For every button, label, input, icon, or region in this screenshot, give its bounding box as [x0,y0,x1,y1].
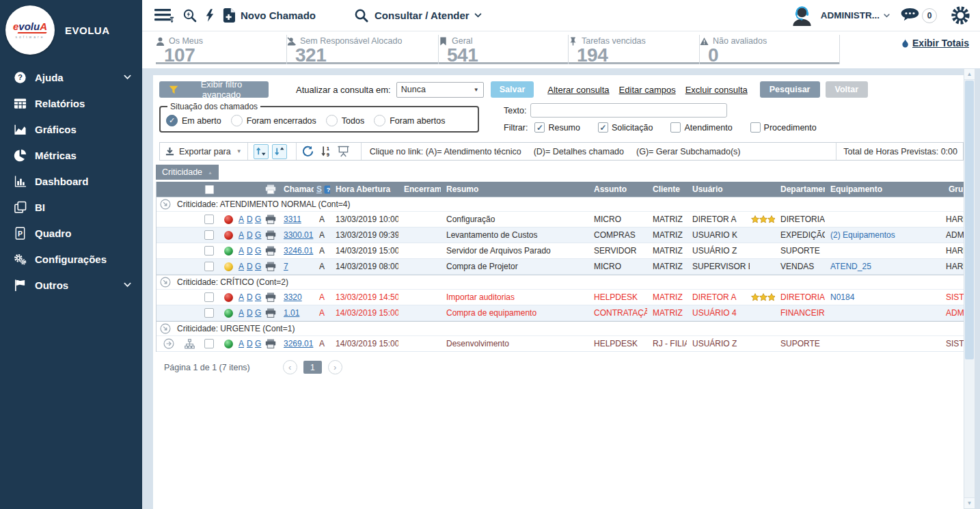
presentation-icon[interactable] [338,146,349,157]
chamado-link[interactable]: 3246.01 [284,246,313,256]
prev-page-button[interactable]: ‹ [283,360,297,374]
sidebar-item-bi[interactable]: BI [0,194,142,220]
chamado-link[interactable]: 3269.01 [284,339,313,348]
header-cliente[interactable]: Cliente [647,184,687,194]
app-logo[interactable]: evoluA software [5,5,55,55]
link-gerar-subchamado[interactable]: G [255,246,261,256]
row-checkbox[interactable] [204,246,214,256]
collapse-group-icon[interactable] [160,277,171,288]
consultar-atender-menu[interactable]: Consultar / Atender [354,8,482,23]
header-encerramento[interactable]: Encerramento [398,184,441,194]
equipamento-link[interactable]: N0184 [830,292,854,302]
help-box-icon[interactable]: ? [324,185,330,194]
link-detalhes-chamado[interactable]: D [247,308,253,318]
header-assunto[interactable]: Assunto [588,184,647,194]
vertical-scrollbar[interactable]: ▲ ▼ [964,68,975,509]
voltar-button[interactable]: Voltar [826,81,869,98]
user-chevron-icon[interactable] [884,14,890,18]
link-gerar-subchamado[interactable]: G [255,230,261,240]
exibir-totais-link[interactable]: Exibir Totais [901,38,969,49]
printer-icon[interactable] [265,215,276,224]
user-name[interactable]: ADMINISTR... [821,10,880,20]
header-s[interactable]: S ? [314,184,330,194]
expand-row-icon[interactable] [163,338,174,349]
printer-icon[interactable] [265,246,276,256]
alterar-consulta-link[interactable]: Alterar consulta [547,85,609,95]
pesquisar-button[interactable]: Pesquisar [760,81,820,98]
texto-input[interactable] [530,103,727,118]
row-checkbox[interactable] [204,292,214,302]
header-resumo[interactable]: Resumo [441,184,588,194]
link-gerar-subchamado[interactable]: G [255,215,261,224]
equipamento-link[interactable]: ATEND_25 [830,262,871,271]
link-atendimento-tecnico[interactable]: A [239,292,244,302]
sort-numeric-icon[interactable]: 19 [320,146,331,157]
novo-chamado-button[interactable]: Novo Chamado [222,8,316,23]
radio-todos[interactable]: Todos [326,115,364,126]
advanced-filter-button[interactable]: Exibir filtro avançado [159,81,269,98]
header-grupo[interactable]: Grupo [943,184,964,194]
checkbox-solicitacao[interactable]: ✓ Solicitação [598,122,653,133]
printer-icon[interactable] [265,230,276,240]
export-button[interactable]: Exportar para ▼ [165,147,242,156]
header-chamado[interactable]: Chamado [278,184,314,194]
chamado-link[interactable]: 3320 [284,292,302,302]
link-detalhes-chamado[interactable]: D [247,246,253,256]
checkbox-atendimento[interactable]: Atendimento [670,122,732,133]
chamado-link[interactable]: 3300.01 [284,230,313,240]
link-detalhes-chamado[interactable]: D [247,292,253,302]
sidebar-item-quadro[interactable]: P Quadro [0,220,142,246]
sidebar-item-dashboard[interactable]: Dashboard [0,168,142,194]
radio-em-aberto[interactable]: ✓ Em aberto [166,115,221,126]
chamado-link[interactable]: 1.01 [284,308,299,318]
printer-icon[interactable] [265,308,276,318]
refresh-icon[interactable] [302,146,314,157]
s-column-link[interactable]: S [316,184,322,194]
sidebar-item-configuracoes[interactable]: Configurações [0,246,142,272]
sidebar-item-relatorios[interactable]: Relatórios [0,90,142,116]
scroll-down-button[interactable]: ▼ [964,497,975,508]
radio-foram-encerrados[interactable]: Foram encerrados [231,115,316,126]
printer-icon[interactable] [265,292,276,302]
link-atendimento-tecnico[interactable]: A [239,246,244,256]
scroll-up-button[interactable]: ▲ [964,69,975,80]
header-usuario[interactable]: Usuário [687,184,750,194]
settings-gear-icon[interactable] [951,5,970,25]
sidebar-item-outros[interactable]: Outros [0,272,142,298]
link-atendimento-tecnico[interactable]: A [239,308,244,318]
chamado-link[interactable]: 3311 [284,215,301,224]
scrollbar-thumb[interactable] [965,81,974,359]
current-page[interactable]: 1 [303,361,322,374]
link-detalhes-chamado[interactable]: D [247,262,253,271]
sidebar-item-ajuda[interactable]: ? Ajuda [0,64,142,90]
lightning-icon[interactable] [205,8,215,23]
link-detalhes-chamado[interactable]: D [247,230,253,240]
row-checkbox[interactable] [204,339,214,348]
sort-ascending-button[interactable] [254,144,269,159]
row-checkbox[interactable] [204,262,214,271]
link-atendimento-tecnico[interactable]: A [239,262,244,271]
checkbox-resumo[interactable]: ✓ Resumo [534,122,580,133]
row-checkbox[interactable] [204,308,214,318]
printer-icon[interactable] [265,262,276,271]
link-atendimento-tecnico[interactable]: A [239,339,244,348]
collapse-group-icon[interactable] [160,323,171,334]
chat-icon[interactable] [901,8,919,23]
printer-icon[interactable] [265,339,276,348]
header-departamento[interactable]: Departamento [775,184,825,194]
quick-search-icon[interactable] [182,8,198,23]
row-checkbox[interactable] [204,215,214,224]
select-all-checkbox[interactable] [205,185,214,194]
link-atendimento-tecnico[interactable]: A [239,215,244,224]
subtree-icon[interactable] [185,339,195,349]
link-atendimento-tecnico[interactable]: A [239,230,244,240]
header-hora-abertura[interactable]: Hora Abertura [330,184,398,194]
chamado-link[interactable]: 7 [284,262,288,271]
menu-pin-icon[interactable] [154,8,175,23]
header-equipamento[interactable]: Equipamento [825,184,943,194]
checkbox-procedimento[interactable]: Procedimento [750,122,817,133]
link-gerar-subchamado[interactable]: G [255,308,261,318]
radio-foram-abertos[interactable]: Foram abertos [374,115,445,126]
row-checkbox[interactable] [204,230,214,240]
link-detalhes-chamado[interactable]: D [247,215,253,224]
